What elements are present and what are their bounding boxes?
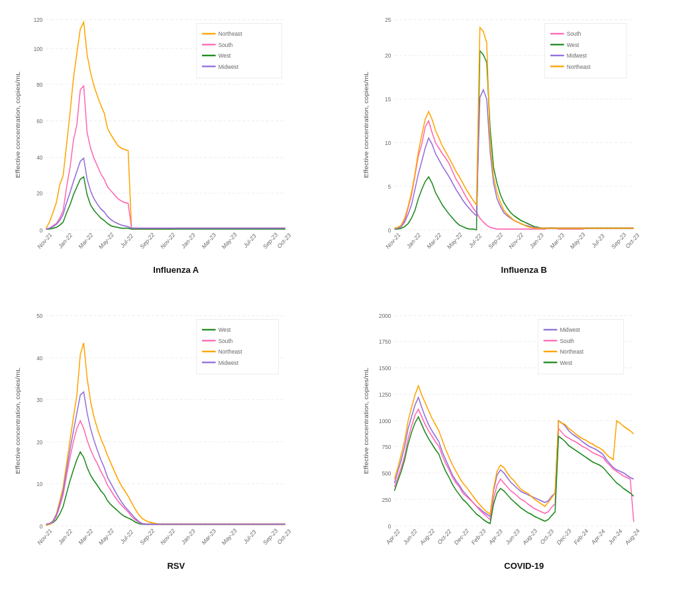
svg-text:120: 120 [34, 17, 43, 24]
svg-text:500: 500 [381, 470, 391, 477]
svg-text:1750: 1750 [379, 338, 391, 346]
svg-text:Dec-22: Dec-22 [453, 527, 470, 546]
svg-text:Jan-22: Jan-22 [57, 232, 73, 250]
svg-text:Feb-23: Feb-23 [470, 527, 487, 546]
svg-text:1250: 1250 [379, 391, 391, 398]
svg-text:Northeast: Northeast [219, 30, 242, 38]
svg-text:Nov-22: Nov-22 [160, 231, 176, 250]
svg-text:250: 250 [381, 496, 391, 503]
svg-text:Northeast: Northeast [560, 348, 583, 356]
svg-text:1500: 1500 [379, 365, 391, 372]
svg-text:Midwest: Midwest [560, 326, 580, 334]
svg-text:Nov-22: Nov-22 [160, 527, 176, 546]
svg-text:South: South [219, 41, 233, 48]
svg-text:Effective concentration, copie: Effective concentration, copies/mL [15, 368, 21, 474]
chart-rsv: 0 10 20 30 40 50 Effective concentration… [5, 301, 347, 591]
svg-text:Sep-23: Sep-23 [610, 231, 626, 250]
chart-area-covid: 0 250 500 750 1000 1250 1500 1750 2000 E… [360, 308, 689, 557]
svg-text:Aug-22: Aug-22 [419, 527, 435, 546]
svg-text:Sep-23: Sep-23 [262, 527, 279, 546]
svg-text:Nov-22: Nov-22 [507, 231, 524, 250]
svg-text:Oct-23: Oct-23 [276, 232, 292, 250]
svg-text:50: 50 [36, 313, 42, 320]
svg-text:Jan-23: Jan-23 [180, 528, 196, 546]
chart-area-influenza-b: .grid-line2 { stroke: #ddd; stroke-width… [360, 12, 689, 261]
svg-text:May-22: May-22 [446, 231, 463, 251]
svg-text:Sep-22: Sep-22 [487, 231, 503, 250]
svg-text:Dec-23: Dec-23 [556, 527, 572, 546]
svg-text:South: South [560, 337, 574, 344]
svg-text:May-23: May-23 [569, 231, 586, 251]
svg-text:10: 10 [385, 139, 391, 146]
svg-text:Mar-22: Mar-22 [426, 231, 442, 250]
svg-text:Midwest: Midwest [219, 63, 239, 70]
svg-text:Mar-23: Mar-23 [548, 231, 565, 250]
chart-covid: 0 250 500 750 1000 1250 1500 1750 2000 E… [354, 301, 695, 591]
svg-text:Nov-21: Nov-21 [384, 231, 401, 250]
svg-text:Jul-23: Jul-23 [242, 528, 258, 546]
svg-text:Sep-23: Sep-23 [262, 231, 279, 250]
svg-text:Feb-24: Feb-24 [572, 527, 589, 546]
svg-rect-141 [538, 320, 623, 374]
svg-text:Mar-23: Mar-23 [201, 527, 217, 546]
svg-text:Jun-22: Jun-22 [402, 528, 418, 546]
svg-text:Nov-21: Nov-21 [36, 231, 53, 250]
svg-text:10: 10 [36, 481, 42, 488]
svg-text:60: 60 [36, 118, 42, 125]
svg-text:Effective concentration, copie: Effective concentration, copies/mL [15, 72, 21, 178]
svg-text:Apr-22: Apr-22 [385, 528, 401, 546]
svg-text:0: 0 [387, 226, 391, 234]
svg-text:0: 0 [40, 226, 43, 234]
svg-text:1000: 1000 [379, 417, 391, 424]
chart-area-influenza-a: .grid-line { stroke: #ddd; stroke-width:… [12, 12, 340, 261]
svg-text:20: 20 [36, 190, 42, 197]
svg-text:West: West [219, 326, 231, 334]
chart-influenza-a: .grid-line { stroke: #ddd; stroke-width:… [5, 5, 347, 295]
svg-text:Nov-21: Nov-21 [36, 527, 53, 546]
svg-text:West: West [219, 52, 231, 60]
svg-text:Jun-23: Jun-23 [505, 528, 521, 546]
svg-rsv: 0 10 20 30 40 50 Effective concentration… [12, 308, 340, 557]
svg-text:West: West [560, 359, 572, 366]
svg-text:Sep-22: Sep-22 [139, 527, 156, 546]
chart-title-covid: COVID-19 [504, 561, 544, 571]
svg-text:40: 40 [36, 154, 42, 162]
svg-text:30: 30 [36, 397, 42, 404]
svg-text:Aug-23: Aug-23 [521, 527, 538, 546]
svg-influenza-b: .grid-line2 { stroke: #ddd; stroke-width… [360, 12, 689, 261]
svg-covid: 0 250 500 750 1000 1250 1500 1750 2000 E… [360, 308, 689, 557]
svg-text:750: 750 [381, 443, 391, 450]
svg-text:20: 20 [385, 52, 391, 60]
svg-text:South: South [566, 30, 581, 38]
svg-text:Jun-24: Jun-24 [607, 528, 623, 546]
svg-text:Apr-23: Apr-23 [487, 528, 503, 546]
svg-text:South: South [219, 337, 233, 344]
svg-text:Jul-23: Jul-23 [591, 232, 606, 250]
svg-text:2000: 2000 [379, 313, 391, 320]
svg-text:Jan-23: Jan-23 [180, 232, 196, 250]
svg-text:Jul-22: Jul-22 [468, 232, 483, 250]
svg-text:80: 80 [36, 81, 42, 88]
svg-text:0: 0 [40, 522, 43, 530]
svg-text:May-22: May-22 [98, 231, 115, 251]
svg-text:Jan-23: Jan-23 [528, 232, 544, 250]
svg-text:Northeast: Northeast [219, 348, 242, 356]
svg-text:May-23: May-23 [221, 231, 238, 251]
svg-text:Mar-22: Mar-22 [77, 231, 94, 250]
svg-text:Apr-24: Apr-24 [590, 528, 606, 546]
svg-text:40: 40 [36, 354, 42, 362]
svg-text:Effective concentration, copie: Effective concentration, copies/mL [362, 368, 369, 474]
chart-area-rsv: 0 10 20 30 40 50 Effective concentration… [12, 308, 340, 557]
svg-text:Effective concentration, copie: Effective concentration, copies/mL [362, 72, 369, 178]
chart-influenza-b: .grid-line2 { stroke: #ddd; stroke-width… [354, 5, 695, 295]
svg-text:Oct-23: Oct-23 [276, 528, 292, 546]
svg-text:Jul-22: Jul-22 [119, 232, 134, 250]
svg-text:5: 5 [387, 183, 391, 190]
dashboard: .grid-line { stroke: #ddd; stroke-width:… [0, 0, 700, 596]
svg-text:Midwest: Midwest [219, 359, 239, 366]
svg-text:Northeast: Northeast [566, 63, 590, 70]
svg-influenza-a: .grid-line { stroke: #ddd; stroke-width:… [12, 12, 340, 261]
svg-text:Oct-22: Oct-22 [436, 528, 452, 546]
chart-title-rsv: RSV [167, 561, 185, 571]
chart-title-influenza-a: Influenza A [153, 265, 199, 275]
